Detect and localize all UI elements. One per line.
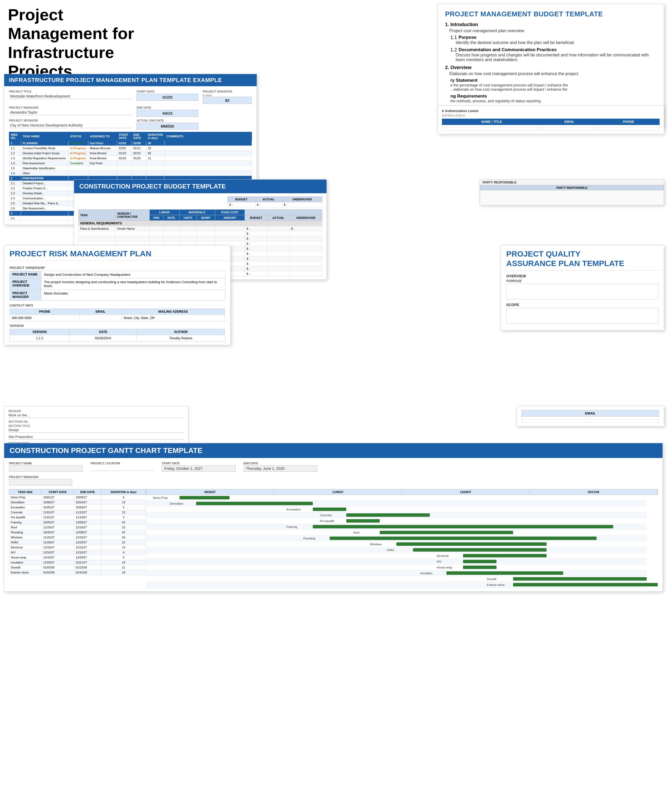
gantt-bar bbox=[413, 548, 547, 552]
auth-table: NAME / TITLE EMAIL PHONE bbox=[442, 119, 659, 131]
gantt-chart-row: Drywall bbox=[146, 576, 647, 582]
col-status: STATUS bbox=[69, 132, 88, 141]
gantt-body: PROJECT NAME PROJECT LOCATION START DATE… bbox=[4, 458, 662, 591]
budget-section-row: GENERAL REQUIREMENTS bbox=[78, 221, 322, 226]
contact-table: PHONE EMAIL MAILING ADDRESS 000-000-0000… bbox=[10, 308, 225, 321]
gantt-bar bbox=[396, 542, 547, 546]
budget-row: $ - bbox=[78, 236, 322, 241]
col-start: START DATE bbox=[117, 132, 132, 141]
right-email-card: EMAIL bbox=[517, 406, 664, 426]
gantt-row: Plumbing 10/29/27 12/09/27 42 bbox=[9, 530, 146, 535]
gantt-bar bbox=[463, 560, 496, 563]
risk-plan-title: PROJECT RISK MANAGEMENT PLAN bbox=[4, 245, 230, 261]
gantt-chart-row: Framing bbox=[146, 524, 647, 530]
auth-col-phone: PHONE bbox=[598, 119, 659, 125]
task-row: 1.4 Risk Assessment Complete Karl Peter bbox=[9, 161, 252, 166]
budget-row: Plans & Specifications Vendor Name $ - $… bbox=[78, 226, 322, 231]
gantt-bar bbox=[463, 554, 547, 557]
infra-form-row-1: PROJECT TITLE Westside Waterfront Redeve… bbox=[9, 90, 252, 104]
gantt-end-date-group: END DATE Thursday, June 1, 2028 bbox=[243, 462, 317, 472]
gantt-row: Roof 11/19/27 12/10/27 22 bbox=[9, 525, 146, 530]
risk-plan-card: PROJECT RISK MANAGEMENT PLAN PROJECT OWN… bbox=[4, 245, 230, 345]
gantt-bar bbox=[463, 566, 496, 569]
infra-form-row-2: PROJECT MANAGER Alexandra Taylor END DAT… bbox=[9, 106, 252, 117]
col-wbs: WBS NO. bbox=[9, 132, 21, 141]
gantt-manager-group: PROJECT MANAGER bbox=[9, 475, 72, 485]
gantt-task-table: TASK NAE START DATE END DATE DURATION in… bbox=[9, 489, 146, 575]
task-row: 1.2 Develop Initial Project Scope In Pro… bbox=[9, 151, 252, 156]
gantt-bar bbox=[346, 513, 430, 517]
gantt-chart-row: Roof bbox=[146, 530, 647, 536]
budget-subsection-1-2: 1.2 Documentation and Communication Prac… bbox=[450, 47, 656, 62]
party-responsible-table: PARTY RESPONSIBLE bbox=[480, 185, 664, 205]
budget-overview-table: BUDGET ACTUAL UNDER/OVER $ - $ - $ - bbox=[227, 196, 322, 207]
gantt-content: TASK NAE START DATE END DATE DURATION in… bbox=[9, 489, 658, 588]
gantt-bar bbox=[380, 531, 514, 534]
task-row: 1.5 Stakeholder Identification bbox=[9, 166, 252, 171]
auth-levels-card: it Authorization Levels IZATION LEVELS N… bbox=[437, 106, 664, 134]
gantt-row: Insulation 12/03/27 12/21/27 19 bbox=[9, 560, 146, 565]
gantt-chart-row: Pre backfill bbox=[146, 518, 647, 524]
gantt-row: Pre backfill 11/01/27 11/15/07 3 bbox=[9, 515, 146, 520]
gantt-row: Concrete 11/01/27 11/13/27 13 bbox=[9, 510, 146, 515]
gantt-row: Electrical 12/10/27 12/22/27 13 bbox=[9, 545, 146, 550]
ownership-table: PROJECT NAME Design and Construction of … bbox=[10, 271, 225, 300]
gantt-bar bbox=[313, 525, 613, 528]
col-end: END DATE bbox=[132, 132, 146, 141]
gantt-row: Excavation 10/25/27 10/29/27 5 bbox=[9, 505, 146, 510]
gantt-bar bbox=[313, 507, 346, 511]
quality-scope-box bbox=[506, 308, 659, 324]
gantt-row: House wrap 12/10/27 12/20/27 4 bbox=[9, 555, 146, 560]
gantt-row: Framing 10/25/27 12/05/27 42 bbox=[9, 520, 146, 525]
quality-purpose-box bbox=[506, 284, 659, 300]
actual-end-date-group: ACTUAL END DATE MM/DD bbox=[136, 119, 198, 130]
gantt-chart-header: 09/20/27 11/09/27 12/29/27 02/17/28 bbox=[146, 489, 658, 495]
budget-section-2-header: 2. Overview bbox=[445, 65, 656, 71]
gantt-top-form: PROJECT NAME PROJECT LOCATION START DATE… bbox=[9, 462, 658, 472]
col-duration: DURATION in days bbox=[146, 132, 165, 141]
construction-budget-right-overlay: PARTY RESPONSIBLE PARTY RESPONSIBLE bbox=[480, 179, 664, 205]
auth-col-name: NAME / TITLE bbox=[442, 119, 541, 125]
gantt-bar bbox=[346, 519, 380, 523]
auth-col-email: EMAIL bbox=[541, 119, 598, 125]
end-date-group: END DATE 04/15 bbox=[136, 106, 198, 117]
right-email-table: EMAIL bbox=[522, 410, 659, 422]
gantt-chart-row: HVAC bbox=[146, 547, 647, 553]
gantt-chart-card: CONSTRUCTION PROJECT GANTT CHART TEMPLAT… bbox=[4, 443, 663, 592]
gantt-chart-row: Demolition bbox=[146, 501, 647, 507]
gantt-row: Drywall 01/03/28 01/23/28 21 bbox=[9, 565, 146, 570]
gantt-bar bbox=[196, 502, 313, 505]
gantt-chart-row: Windows bbox=[146, 541, 647, 547]
gantt-chart-row: Exterior stone bbox=[146, 582, 647, 588]
gantt-chart-row: Electrical bbox=[146, 553, 647, 559]
gantt-right-chart: 09/20/27 11/09/27 12/29/27 02/17/28 Demo… bbox=[146, 489, 658, 588]
gantt-chart-row: Excavation bbox=[146, 507, 647, 512]
auth-row bbox=[442, 128, 659, 131]
task-row: 1.6 Other bbox=[9, 171, 252, 176]
budget-row: $ - bbox=[78, 231, 322, 236]
budget-template-title: PROJECT MANAGEMENT BUDGET TEMPLATE bbox=[445, 10, 656, 18]
gantt-chart-rows: Demo PrepDemolitionExcavationConcretePre… bbox=[146, 495, 658, 588]
gantt-row: Demo Prep 10/01/27 10/06/27 6 bbox=[9, 495, 146, 500]
gantt-chart-row: A/V bbox=[146, 559, 647, 565]
auth-levels-label: it Authorization Levels bbox=[442, 109, 659, 113]
col-comments: COMMENTS bbox=[165, 132, 252, 141]
construction-budget-header: CONSTRUCTION PROJECT BUDGET TEMPLATE bbox=[74, 180, 326, 193]
gantt-bar bbox=[330, 537, 597, 540]
col-task: TASK NAME bbox=[21, 132, 69, 141]
gantt-row: HVAC 11/29/27 12/20/27 22 bbox=[9, 540, 146, 545]
title-line-1: Project Management for bbox=[8, 5, 155, 43]
budget-subsection-1-1: 1.1 Purpose Identify the desired outcome… bbox=[450, 35, 656, 45]
gantt-chart-row: Demo Prep bbox=[146, 495, 647, 501]
gantt-chart-row: Insulation bbox=[146, 570, 647, 576]
gantt-chart-row: House wrap bbox=[146, 565, 647, 570]
gantt-location-group: PROJECT LOCATION bbox=[91, 462, 154, 472]
project-manager-group: PROJECT MANAGER Alexandra Taylor bbox=[9, 106, 132, 115]
gantt-bar bbox=[513, 583, 658, 586]
project-duration-group: PROJECT DURATION in days 82 bbox=[203, 90, 252, 104]
task-row: 1.1 Conduct Feasibility Study In Progres… bbox=[9, 146, 252, 151]
gantt-chart-row: Plumbing bbox=[146, 536, 647, 541]
budget-section-1-header: 1. Introduction bbox=[445, 22, 656, 27]
quality-plan-title: PROJECT QUALITYASSURANCE PLAN TEMPLATE bbox=[501, 245, 664, 271]
start-date-group: START DATE 01/25 bbox=[136, 90, 198, 101]
